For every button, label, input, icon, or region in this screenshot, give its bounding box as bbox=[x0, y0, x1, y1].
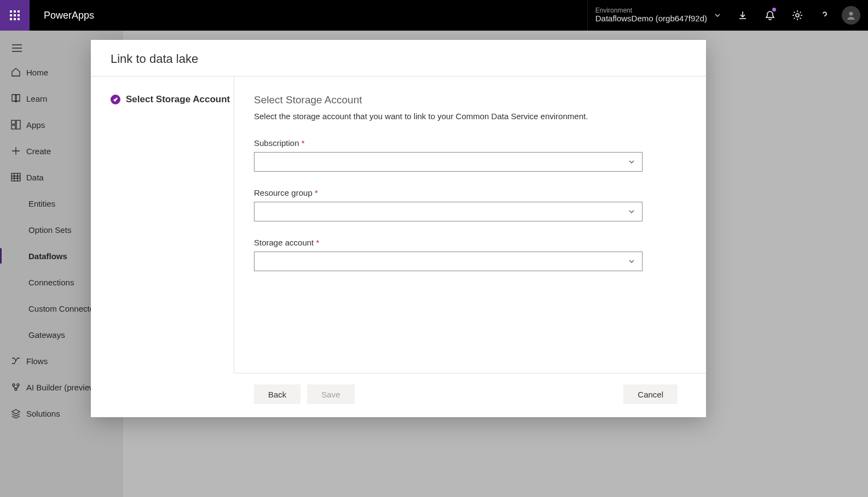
svg-rect-0 bbox=[10, 10, 12, 13]
plus-icon bbox=[11, 146, 21, 156]
back-button[interactable]: Back bbox=[254, 384, 300, 404]
section-description: Select the storage account that you want… bbox=[254, 112, 684, 121]
home-icon bbox=[11, 67, 21, 77]
sidebar-item-label: Connections bbox=[28, 278, 74, 287]
environment-name: DataflowsDemo (orgb647f92d) bbox=[595, 14, 707, 24]
required-asterisk: * bbox=[302, 138, 305, 148]
svg-point-10 bbox=[849, 12, 853, 16]
sidebar-item-label: Solutions bbox=[26, 409, 60, 418]
sidebar-item-label: Gateways bbox=[28, 330, 65, 340]
svg-rect-3 bbox=[10, 14, 12, 16]
step-select-storage-account[interactable]: Select Storage Account bbox=[111, 94, 234, 105]
resource-group-label: Resource group * bbox=[254, 188, 684, 197]
svg-rect-8 bbox=[18, 18, 20, 20]
flow-icon bbox=[11, 356, 21, 366]
modal-title: Link to data lake bbox=[111, 52, 686, 66]
svg-point-9 bbox=[796, 14, 799, 17]
svg-rect-7 bbox=[14, 18, 16, 20]
chevron-down-icon bbox=[628, 158, 635, 166]
sidebar-item-label: Create bbox=[26, 147, 51, 156]
subscription-label: Subscription * bbox=[254, 138, 684, 148]
ai-icon bbox=[11, 382, 21, 392]
storage-account-label: Storage account * bbox=[254, 238, 684, 247]
svg-rect-5 bbox=[18, 14, 20, 16]
chevron-down-icon bbox=[628, 208, 635, 215]
resource-group-dropdown[interactable] bbox=[254, 202, 643, 221]
link-data-lake-modal: Link to data lake Select Storage Account… bbox=[91, 40, 706, 417]
app-name: PowerApps bbox=[30, 10, 94, 21]
apps-icon bbox=[11, 120, 21, 130]
sidebar-item-label: Custom Connectors bbox=[28, 304, 101, 313]
download-button[interactable] bbox=[729, 0, 756, 31]
storage-account-dropdown[interactable] bbox=[254, 252, 643, 271]
sidebar-item-label: Apps bbox=[26, 120, 45, 130]
app-launcher-button[interactable] bbox=[0, 0, 30, 31]
sidebar-item-label: Learn bbox=[26, 94, 47, 103]
sidebar-item-label: Data bbox=[26, 173, 44, 182]
settings-button[interactable] bbox=[784, 0, 811, 31]
svg-point-17 bbox=[15, 388, 17, 390]
user-avatar[interactable] bbox=[842, 6, 860, 25]
svg-point-15 bbox=[13, 384, 15, 386]
gear-icon bbox=[792, 10, 803, 21]
modal-steps: Select Storage Account bbox=[91, 77, 234, 373]
svg-point-16 bbox=[17, 384, 19, 386]
sidebar-item-label: Home bbox=[26, 68, 48, 77]
step-label: Select Storage Account bbox=[126, 94, 230, 105]
save-button[interactable]: Save bbox=[307, 384, 354, 404]
grid-icon bbox=[11, 172, 21, 182]
book-icon bbox=[11, 93, 21, 103]
sidebar-item-label: Entities bbox=[28, 199, 55, 208]
step-complete-badge bbox=[111, 95, 120, 104]
download-icon bbox=[737, 10, 748, 21]
notification-badge bbox=[772, 8, 776, 11]
notifications-button[interactable] bbox=[756, 0, 784, 31]
question-icon bbox=[819, 10, 830, 21]
waffle-icon bbox=[9, 10, 20, 21]
section-title: Select Storage Account bbox=[254, 94, 684, 106]
svg-rect-12 bbox=[16, 120, 20, 129]
required-asterisk: * bbox=[315, 188, 318, 197]
bell-icon bbox=[765, 10, 776, 21]
help-button[interactable] bbox=[811, 0, 838, 31]
person-icon bbox=[846, 10, 857, 21]
environment-picker[interactable]: Environment DataflowsDemo (orgb647f92d) bbox=[587, 0, 729, 31]
chevron-down-icon bbox=[714, 11, 721, 19]
svg-rect-13 bbox=[11, 125, 15, 129]
cancel-button[interactable]: Cancel bbox=[623, 384, 678, 404]
svg-rect-1 bbox=[14, 10, 16, 13]
chevron-down-icon bbox=[628, 258, 635, 265]
sidebar-item-label: AI Builder (preview) bbox=[26, 383, 98, 392]
hamburger-icon bbox=[12, 44, 22, 52]
sidebar-item-label: Flows bbox=[26, 356, 48, 366]
svg-rect-6 bbox=[10, 18, 12, 20]
sidebar-item-label: Dataflows bbox=[28, 252, 67, 261]
subscription-dropdown[interactable] bbox=[254, 152, 643, 172]
top-bar: PowerApps Environment DataflowsDemo (org… bbox=[0, 0, 868, 31]
layers-icon bbox=[11, 408, 21, 418]
required-asterisk: * bbox=[316, 238, 319, 247]
check-icon bbox=[113, 97, 118, 102]
svg-rect-11 bbox=[11, 120, 15, 124]
svg-rect-14 bbox=[11, 173, 20, 181]
svg-rect-2 bbox=[18, 10, 20, 13]
sidebar-item-label: Option Sets bbox=[28, 225, 71, 235]
svg-rect-4 bbox=[14, 14, 16, 16]
